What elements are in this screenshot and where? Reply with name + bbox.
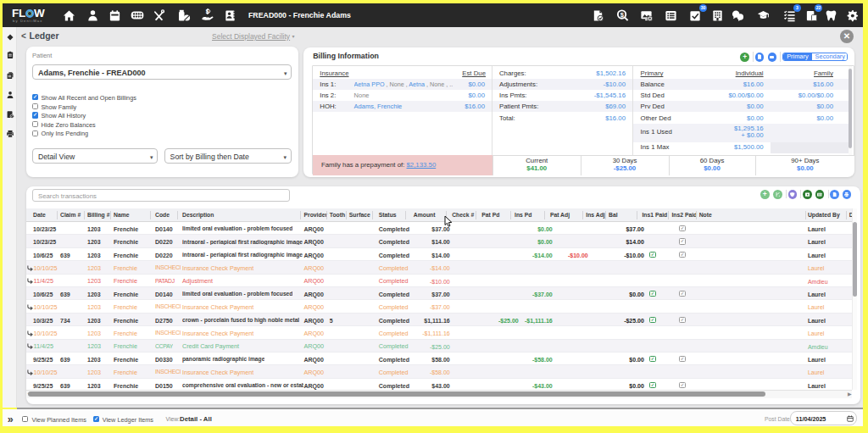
svg-text:$: $ — [205, 8, 209, 15]
